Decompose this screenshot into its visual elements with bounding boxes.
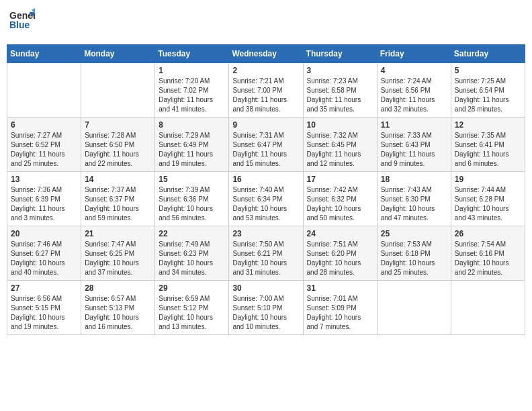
day-number: 29 [159,283,225,293]
day-info: Sunrise: 6:57 AM Sunset: 5:13 PM Dayligh… [85,294,151,332]
day-info: Sunrise: 6:59 AM Sunset: 5:12 PM Dayligh… [159,294,225,332]
day-number: 3 [307,66,373,75]
calendar-cell: 9Sunrise: 7:31 AM Sunset: 6:47 PM Daylig… [229,118,303,172]
day-number: 30 [232,283,299,293]
calendar-cell: 29Sunrise: 6:59 AM Sunset: 5:12 PM Dayli… [155,281,229,335]
day-number: 14 [85,175,151,184]
day-info: Sunrise: 7:23 AM Sunset: 6:58 PM Dayligh… [307,77,373,114]
day-info: Sunrise: 7:40 AM Sunset: 6:34 PM Dayligh… [232,185,299,223]
day-info: Sunrise: 7:50 AM Sunset: 6:21 PM Dayligh… [232,240,299,277]
calendar-cell: 2Sunrise: 7:21 AM Sunset: 7:00 PM Daylig… [229,63,303,118]
day-number: 19 [455,175,521,184]
day-number: 31 [307,283,373,293]
day-number: 27 [11,283,77,293]
day-number: 26 [455,229,521,238]
day-info: Sunrise: 7:33 AM Sunset: 6:43 PM Dayligh… [381,131,447,169]
day-number: 16 [232,175,299,184]
day-info: Sunrise: 7:28 AM Sunset: 6:50 PM Dayligh… [85,131,151,169]
calendar-header-tuesday: Tuesday [155,45,229,63]
day-number: 11 [381,120,447,130]
day-number: 7 [85,120,151,130]
logo: General Blue [9,7,35,39]
page-header: General Blue [7,7,525,39]
day-number: 9 [232,120,299,130]
day-number: 1 [159,66,225,75]
day-number: 15 [159,175,225,184]
day-info: Sunrise: 7:31 AM Sunset: 6:47 PM Dayligh… [232,131,299,169]
day-info: Sunrise: 7:39 AM Sunset: 6:36 PM Dayligh… [159,185,225,223]
calendar-week-5: 27Sunrise: 6:56 AM Sunset: 5:15 PM Dayli… [7,281,525,335]
calendar-cell: 20Sunrise: 7:46 AM Sunset: 6:27 PM Dayli… [7,226,81,281]
day-info: Sunrise: 7:27 AM Sunset: 6:52 PM Dayligh… [11,131,77,169]
day-number: 24 [307,229,373,238]
calendar-cell: 19Sunrise: 7:44 AM Sunset: 6:28 PM Dayli… [451,172,525,226]
calendar-cell: 16Sunrise: 7:40 AM Sunset: 6:34 PM Dayli… [229,172,303,226]
calendar-header-monday: Monday [81,45,155,63]
logo-icon: General Blue [9,7,35,39]
day-info: Sunrise: 7:42 AM Sunset: 6:32 PM Dayligh… [307,185,373,223]
calendar-header-thursday: Thursday [303,45,377,63]
calendar-header-friday: Friday [377,45,451,63]
calendar-cell: 3Sunrise: 7:23 AM Sunset: 6:58 PM Daylig… [303,63,377,118]
calendar-cell: 31Sunrise: 7:01 AM Sunset: 5:09 PM Dayli… [303,281,377,335]
calendar-cell: 28Sunrise: 6:57 AM Sunset: 5:13 PM Dayli… [81,281,155,335]
day-number: 25 [381,229,447,238]
day-info: Sunrise: 7:21 AM Sunset: 7:00 PM Dayligh… [232,77,299,114]
calendar-cell: 7Sunrise: 7:28 AM Sunset: 6:50 PM Daylig… [81,118,155,172]
calendar-cell: 23Sunrise: 7:50 AM Sunset: 6:21 PM Dayli… [229,226,303,281]
day-number: 20 [11,229,77,238]
day-info: Sunrise: 7:54 AM Sunset: 6:16 PM Dayligh… [455,240,521,277]
svg-text:Blue: Blue [9,19,30,30]
calendar-cell: 10Sunrise: 7:32 AM Sunset: 6:45 PM Dayli… [303,118,377,172]
day-info: Sunrise: 7:51 AM Sunset: 6:20 PM Dayligh… [307,240,373,277]
day-info: Sunrise: 7:44 AM Sunset: 6:28 PM Dayligh… [455,185,521,223]
day-info: Sunrise: 7:00 AM Sunset: 5:10 PM Dayligh… [232,294,299,332]
day-number: 12 [455,120,521,130]
calendar-cell: 5Sunrise: 7:25 AM Sunset: 6:54 PM Daylig… [451,63,525,118]
calendar-week-1: 1Sunrise: 7:20 AM Sunset: 7:02 PM Daylig… [7,63,525,118]
day-info: Sunrise: 7:29 AM Sunset: 6:49 PM Dayligh… [159,131,225,169]
calendar-cell [377,281,451,335]
calendar-cell: 1Sunrise: 7:20 AM Sunset: 7:02 PM Daylig… [155,63,229,118]
calendar-header-row: SundayMondayTuesdayWednesdayThursdayFrid… [7,45,525,63]
calendar-cell: 4Sunrise: 7:24 AM Sunset: 6:56 PM Daylig… [377,63,451,118]
calendar-cell [81,63,155,118]
day-info: Sunrise: 7:53 AM Sunset: 6:18 PM Dayligh… [381,240,447,277]
day-info: Sunrise: 6:56 AM Sunset: 5:15 PM Dayligh… [11,294,77,332]
calendar-cell: 17Sunrise: 7:42 AM Sunset: 6:32 PM Dayli… [303,172,377,226]
day-number: 2 [232,66,299,75]
day-info: Sunrise: 7:47 AM Sunset: 6:25 PM Dayligh… [85,240,151,277]
day-number: 21 [85,229,151,238]
day-number: 5 [455,66,521,75]
calendar-table: SundayMondayTuesdayWednesdayThursdayFrid… [7,44,525,335]
calendar-cell: 26Sunrise: 7:54 AM Sunset: 6:16 PM Dayli… [451,226,525,281]
calendar-cell: 24Sunrise: 7:51 AM Sunset: 6:20 PM Dayli… [303,226,377,281]
calendar-cell: 11Sunrise: 7:33 AM Sunset: 6:43 PM Dayli… [377,118,451,172]
calendar-cell: 14Sunrise: 7:37 AM Sunset: 6:37 PM Dayli… [81,172,155,226]
day-info: Sunrise: 7:43 AM Sunset: 6:30 PM Dayligh… [381,185,447,223]
day-info: Sunrise: 7:36 AM Sunset: 6:39 PM Dayligh… [11,185,77,223]
day-info: Sunrise: 7:35 AM Sunset: 6:41 PM Dayligh… [455,131,521,169]
calendar-header-sunday: Sunday [7,45,81,63]
calendar-cell [451,281,525,335]
calendar-header-saturday: Saturday [451,45,525,63]
day-number: 10 [307,120,373,130]
day-info: Sunrise: 7:49 AM Sunset: 6:23 PM Dayligh… [159,240,225,277]
day-info: Sunrise: 7:01 AM Sunset: 5:09 PM Dayligh… [307,294,373,332]
calendar-cell [7,63,81,118]
day-number: 6 [11,120,77,130]
day-number: 22 [159,229,225,238]
calendar-week-4: 20Sunrise: 7:46 AM Sunset: 6:27 PM Dayli… [7,226,525,281]
day-number: 23 [232,229,299,238]
calendar-cell: 8Sunrise: 7:29 AM Sunset: 6:49 PM Daylig… [155,118,229,172]
calendar-header-wednesday: Wednesday [229,45,303,63]
calendar-cell: 27Sunrise: 6:56 AM Sunset: 5:15 PM Dayli… [7,281,81,335]
calendar-cell: 13Sunrise: 7:36 AM Sunset: 6:39 PM Dayli… [7,172,81,226]
calendar-cell: 21Sunrise: 7:47 AM Sunset: 6:25 PM Dayli… [81,226,155,281]
calendar-cell: 25Sunrise: 7:53 AM Sunset: 6:18 PM Dayli… [377,226,451,281]
calendar-week-2: 6Sunrise: 7:27 AM Sunset: 6:52 PM Daylig… [7,118,525,172]
day-number: 8 [159,120,225,130]
calendar-week-3: 13Sunrise: 7:36 AM Sunset: 6:39 PM Dayli… [7,172,525,226]
day-number: 4 [381,66,447,75]
calendar-cell: 6Sunrise: 7:27 AM Sunset: 6:52 PM Daylig… [7,118,81,172]
